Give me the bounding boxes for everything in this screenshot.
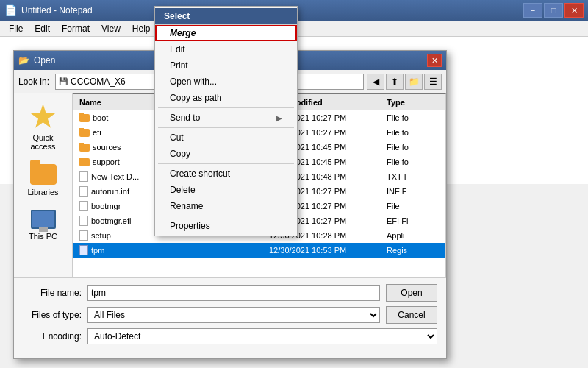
up-button[interactable]: ⬆ (386, 74, 404, 90)
ctx-item-print[interactable]: Print (155, 57, 297, 74)
filetype-label: Files of type: (23, 310, 82, 320)
new-folder-button[interactable]: 📁 (405, 74, 423, 90)
filetype-row: Files of type: All Files Cancel (23, 306, 437, 324)
sidebar-item-libraries[interactable]: Libraries (18, 161, 69, 199)
folder-icon (30, 164, 57, 185)
submenu-arrow-icon: ▶ (276, 114, 282, 122)
folder-icon-sm (79, 114, 90, 122)
sidebar-item-quickaccess[interactable]: Quick access (18, 101, 69, 154)
dialog-footer: File name: Open Files of type: All Files… (14, 277, 446, 358)
dialog-title-text: Open (34, 55, 55, 66)
lookin-label: Look in: (18, 77, 49, 87)
file-icon-sm (79, 216, 88, 226)
menu-view[interactable]: View (96, 22, 126, 35)
context-menu-separator-3 (158, 163, 294, 164)
notepad-icon: 📄 (4, 4, 17, 16)
file-icon-sm (79, 201, 88, 211)
ctx-item-rename[interactable]: Rename (155, 198, 297, 214)
encoding-select[interactable]: Auto-Detect (87, 328, 437, 344)
filename-label: File name: (23, 288, 82, 298)
col-type: Type (384, 98, 442, 107)
sidebar-quickaccess-label: Quick access (21, 133, 66, 151)
ctx-item-sendto[interactable]: Send to ▶ (155, 110, 297, 126)
sidebar-libraries-label: Libraries (27, 188, 58, 197)
ctx-item-properties[interactable]: Properties (155, 218, 297, 234)
lookin-value: CCCOMA_X6 (71, 77, 126, 87)
ctx-item-copyaspath[interactable]: Copy as path (155, 90, 297, 106)
menu-file[interactable]: File (3, 22, 29, 35)
filename-row: File name: Open (23, 284, 437, 302)
sidebar-thispc-label: This PC (29, 232, 57, 241)
ctx-item-edit[interactable]: Edit (155, 41, 297, 57)
star-icon (30, 104, 57, 130)
menu-format[interactable]: Format (56, 22, 96, 35)
filename-input[interactable] (87, 285, 380, 301)
ctx-item-copy[interactable]: Copy (155, 146, 297, 162)
ctx-item-openwith[interactable]: Open with... (155, 74, 297, 90)
folder-icon-sm (79, 158, 90, 166)
notepad-title: Untitled - Notepad (21, 5, 93, 15)
folder-icon-sm (79, 144, 90, 152)
ctx-item-createshortcut[interactable]: Create shortcut (155, 166, 297, 182)
file-icon-sm (79, 186, 88, 197)
ctx-item-cut[interactable]: Cut (155, 130, 297, 146)
toolbar-icons: ◀ ⬆ 📁 ☰ (367, 74, 442, 90)
context-menu-separator-1 (158, 107, 294, 108)
open-button[interactable]: Open (386, 284, 437, 302)
folder-icon-sm (79, 129, 90, 137)
context-menu-separator-4 (158, 216, 294, 216)
monitor-icon (31, 210, 56, 229)
minimize-button[interactable]: − (523, 3, 542, 18)
close-button[interactable]: ✕ (564, 3, 584, 18)
file-icon-sm (79, 171, 88, 182)
sidebar-panel: Quick access Libraries This PC (14, 93, 73, 277)
context-menu: Select Merge Edit Print Open with... Cop… (154, 6, 298, 236)
menu-edit[interactable]: Edit (29, 22, 56, 35)
filetype-select[interactable]: All Files (87, 307, 380, 323)
view-menu-button[interactable]: ☰ (424, 74, 442, 90)
titlebar-controls: − □ ✕ (523, 3, 584, 18)
notepad-title-left: 📄 Untitled - Notepad (4, 4, 93, 16)
file-icon-sm (79, 230, 88, 241)
ctx-item-delete[interactable]: Delete (155, 182, 297, 198)
dialog-title-left: 📂 Open (18, 55, 55, 66)
back-button[interactable]: ◀ (367, 74, 384, 90)
list-item-selected[interactable]: tpm 12/30/2021 10:53 PM Regis (74, 243, 445, 258)
sidebar-item-thispc[interactable]: This PC (18, 207, 69, 244)
menu-help[interactable]: Help (126, 22, 157, 35)
encoding-row: Encoding: Auto-Detect (23, 328, 437, 344)
context-menu-separator-2 (158, 127, 294, 128)
encoding-label: Encoding: (23, 331, 82, 342)
maximize-button[interactable]: □ (544, 3, 563, 18)
ctx-item-merge[interactable]: Merge (155, 25, 297, 41)
registry-icon-sm (79, 245, 88, 255)
dialog-close-button[interactable]: ✕ (427, 54, 442, 67)
context-menu-header: Select (155, 8, 297, 25)
dialog-icon: 📂 (18, 55, 29, 66)
cancel-button[interactable]: Cancel (386, 306, 437, 324)
